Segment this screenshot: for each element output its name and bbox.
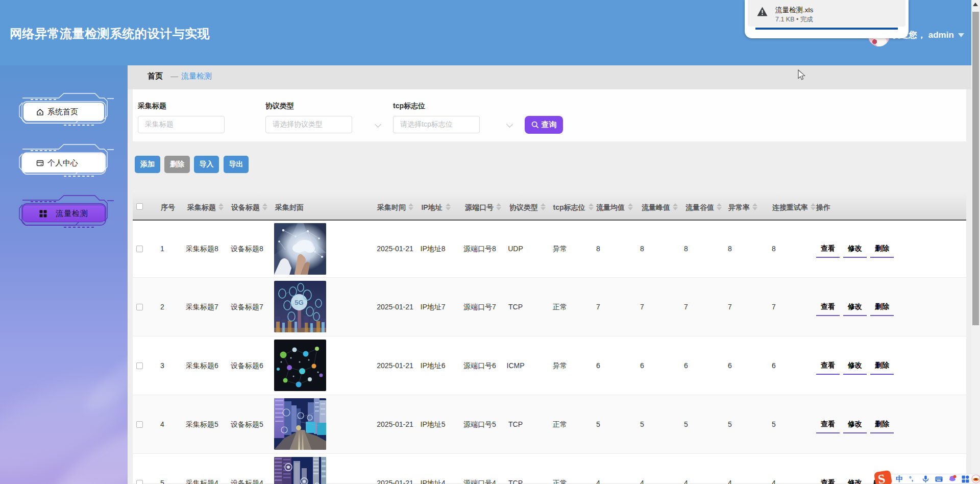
svg-text:5G: 5G [295, 299, 303, 306]
